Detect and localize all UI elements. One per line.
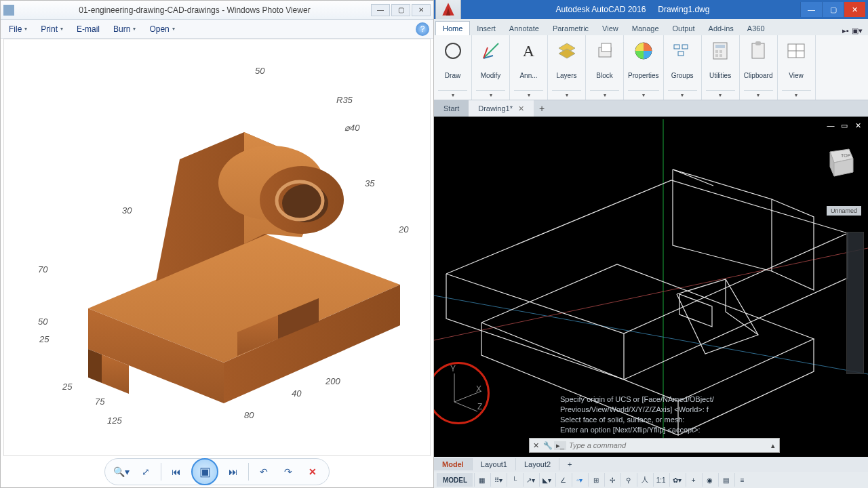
pv-app-icon [3, 5, 14, 16]
status-grid-icon[interactable]: ▦ [474, 473, 489, 487]
command-input[interactable] [566, 441, 767, 449]
ribbon-tabs: Home Insert Annotate Parametric View Man… [434, 19, 868, 35]
panel-view[interactable]: View▾ [778, 35, 816, 100]
cmd-close-icon[interactable]: ✕ [530, 441, 542, 450]
fit-button[interactable]: ⤢ [136, 462, 155, 481]
menu-open[interactable]: Open▾ [145, 23, 178, 35]
panel-utilities[interactable]: Utilities▾ [702, 35, 740, 100]
ribbon-tab-home[interactable]: Home [435, 21, 470, 35]
ribbon-tab-manage[interactable]: Manage [625, 22, 666, 35]
ac-minimize-button[interactable]: — [800, 2, 822, 17]
delete-button[interactable]: ✕ [303, 462, 322, 481]
svg-point-16 [446, 43, 460, 58]
status-scale[interactable]: 1:1 [653, 473, 668, 487]
prev-button[interactable]: ⏮ [167, 462, 186, 481]
status-lwt-icon[interactable]: ⊞ [588, 473, 603, 487]
pv-bottom-toolbar: 🔍▾ ⤢ ⏮ ▣ ⏭ ↶ ↷ ✕ [1, 456, 433, 487]
panel-draw[interactable]: Draw▾ [434, 35, 472, 100]
layout-layout2[interactable]: Layout2 [516, 458, 559, 470]
viewcube[interactable]: TOP [816, 142, 860, 186]
text-icon: A [517, 39, 540, 62]
new-tab-button[interactable]: + [534, 103, 550, 114]
cmd-wrench-icon[interactable]: 🔧 [542, 441, 554, 450]
ribbon-play-icon[interactable]: ▸▪ [842, 26, 849, 35]
panel-annotation[interactable]: A Ann...▾ [510, 35, 548, 100]
maximize-button[interactable]: ▢ [391, 4, 410, 16]
dim-75: 75 [95, 396, 104, 407]
drawing-viewport[interactable]: — ▭ ✕ [434, 117, 868, 457]
autocad-window: Autodesk AutoCAD 2016 Drawing1.dwg — ▢ ✕… [434, 0, 868, 488]
status-a-icon[interactable]: ✢ [604, 473, 619, 487]
panel-properties[interactable]: Properties▾ [624, 35, 664, 100]
menu-burn[interactable]: Burn▾ [109, 23, 140, 35]
ucs-y-label: Y [450, 364, 456, 373]
groups-icon [671, 39, 694, 62]
utilities-icon [709, 39, 732, 62]
viewcube-label[interactable]: Unnamed [827, 206, 861, 216]
status-e-icon[interactable]: ▤ [718, 473, 733, 487]
layout-tabs: Model Layout1 Layout2 + [434, 457, 868, 472]
slideshow-button[interactable]: ▣ [191, 458, 218, 485]
status-c-icon[interactable]: 人 [637, 473, 652, 487]
cmd-dropdown-icon[interactable]: ▴ [767, 441, 779, 450]
status-plus-icon[interactable]: + [686, 473, 701, 487]
engineering-drawing-image: 50 R35 ⌀40 35 20 30 70 50 25 25 75 125 8… [27, 58, 407, 437]
layout-model[interactable]: Model [434, 458, 473, 470]
panel-block[interactable]: Block▾ [586, 35, 624, 100]
status-otrack-icon[interactable]: ▫▾ [572, 473, 587, 487]
ribbon-tab-parametric[interactable]: Parametric [546, 22, 595, 35]
next-button[interactable]: ⏭ [224, 462, 243, 481]
panel-groups[interactable]: Groups▾ [664, 35, 702, 100]
minimize-button[interactable]: — [371, 4, 390, 16]
svg-rect-29 [715, 45, 725, 48]
view-icon [785, 39, 808, 62]
close-button[interactable]: ✕ [412, 4, 431, 16]
status-osnap-icon[interactable]: ∠ [555, 473, 570, 487]
ribbon-tab-view[interactable]: View [595, 22, 625, 35]
zoom-button[interactable]: 🔍▾ [112, 462, 131, 481]
status-ortho-icon[interactable]: └ [507, 473, 521, 487]
menu-file[interactable]: File▾ [5, 23, 31, 35]
status-b-icon[interactable]: ⚲ [620, 473, 635, 487]
dim-80: 80 [244, 410, 254, 420]
status-polar-icon[interactable]: ↗▾ [523, 473, 538, 487]
svg-line-41 [434, 248, 868, 340]
svg-rect-34 [752, 43, 764, 58]
help-icon[interactable]: ? [416, 22, 429, 36]
status-model[interactable]: MODEL [437, 473, 473, 487]
menu-print[interactable]: Print▾ [37, 23, 67, 35]
ribbon-tab-insert[interactable]: Insert [470, 22, 502, 35]
dim-phi40: ⌀40 [344, 123, 359, 133]
layout-layout1[interactable]: Layout1 [473, 458, 516, 470]
status-more1[interactable]: ⠿▾ [490, 473, 505, 487]
svg-text:TOP: TOP [841, 153, 851, 158]
dim-50l: 50 [38, 317, 47, 327]
panel-layers[interactable]: Layers▾ [548, 35, 586, 100]
rotate-cw-button[interactable]: ↷ [279, 462, 298, 481]
navigation-bar[interactable] [846, 232, 864, 374]
status-d-icon[interactable]: ◉ [702, 473, 717, 487]
status-gear-icon[interactable]: ✿▾ [669, 473, 684, 487]
svg-rect-30 [715, 50, 718, 53]
ribbon-tab-a360[interactable]: A360 [741, 22, 772, 35]
doctab-drawing1[interactable]: Drawing1*✕ [469, 100, 534, 117]
close-tab-icon[interactable]: ✕ [518, 104, 524, 113]
ribbon-tab-annotate[interactable]: Annotate [502, 22, 546, 35]
status-menu-icon[interactable]: ≡ [734, 473, 749, 487]
doctab-start[interactable]: Start [434, 100, 469, 117]
menu-email[interactable]: E-mail [73, 23, 104, 35]
status-iso-icon[interactable]: ◣▾ [539, 473, 554, 487]
ribbon-tab-output[interactable]: Output [666, 22, 702, 35]
svg-rect-25 [674, 45, 679, 49]
command-line[interactable]: ✕ 🔧 ▸_ ▴ [529, 438, 780, 453]
layout-add[interactable]: + [559, 458, 580, 470]
ac-close-button[interactable]: ✕ [844, 2, 865, 17]
svg-rect-27 [678, 52, 684, 56]
ribbon-tab-addins[interactable]: Add-ins [702, 22, 741, 35]
panel-clipboard[interactable]: Clipboard▾ [740, 35, 778, 100]
modify-icon [479, 39, 502, 62]
ribbon-collapse-icon[interactable]: ▣▾ [852, 26, 863, 35]
rotate-ccw-button[interactable]: ↶ [254, 462, 273, 481]
panel-modify[interactable]: Modify▾ [472, 35, 510, 100]
ac-maximize-button[interactable]: ▢ [822, 2, 844, 17]
